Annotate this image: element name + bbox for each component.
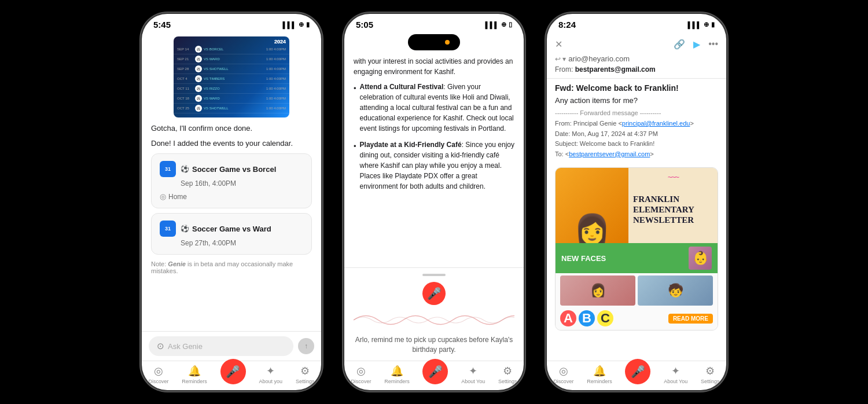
phone2-main: with your interest in social activities … (344, 50, 524, 390)
voice-divider (422, 274, 446, 276)
person-icon-2: ✦ (469, 365, 477, 377)
send-arrow-icon[interactable]: ▶ (693, 39, 700, 50)
fwd-details: From: Principal Genie <principal@frankli… (555, 119, 718, 159)
phone-1: 5:45 ▌▌▌ ⊕ ▮ 2024 SEP 14⚽VS BORCEL1:00 4… (142, 14, 321, 390)
event2-title: Soccer Game vs Ward (192, 225, 271, 233)
bullet1-title: Attend a Cultural Festival (360, 83, 444, 91)
phone2-intro: with your interest in social activities … (354, 56, 514, 77)
battery-icon-3: ▮ (711, 21, 715, 28)
forwarded-divider: ----------- Forwarded message ---------- (555, 109, 718, 116)
bullet-item-1: • Attend a Cultural Festival: Given your… (354, 82, 514, 134)
bullet-item-2: • Playdate at a Kid-Friendly Café: Since… (354, 139, 514, 192)
location-icon: ◎ (160, 192, 166, 201)
newsletter-photo: 👩 (556, 168, 628, 243)
bottom-nav-3: ◎ Discover 🔔 Reminders 🎤 ✦ About You ⚙ S… (547, 361, 726, 390)
nav-settings-3[interactable]: ⚙ Settings (701, 365, 720, 384)
nav-mic-center-2[interactable]: 🎤 (422, 365, 448, 384)
bullet-list: • Attend a Cultural Festival: Given your… (354, 82, 514, 192)
nav-about-1[interactable]: ✦ About you (259, 365, 283, 384)
fwd-to-link[interactable]: bestparentsever@gmail.com (569, 150, 650, 157)
bell-icon-3: 🔔 (593, 365, 606, 377)
calendar-card-2[interactable]: 31 ⚽ Soccer Game vs Ward Sep 27th, 4:00P… (151, 213, 312, 255)
email-toolbar: ✕ 🔗 ▶ ••• (555, 36, 718, 52)
event1-date: Sep 16th, 4:00PM (181, 179, 303, 188)
newsletter-photo-1: 👩 (560, 276, 635, 306)
ask-genie-field[interactable]: ⊙ Ask Genie (149, 336, 293, 356)
nav-about-2[interactable]: ✦ About You (461, 365, 485, 384)
nav-reminders-1[interactable]: 🔔 Reminders (182, 365, 207, 384)
schedule-image: 2024 SEP 14⚽VS BORCEL1:00 4:00PM SEP 21⚽… (174, 36, 289, 117)
nav-discover-2[interactable]: ◎ Discover (351, 365, 371, 384)
voice-hint-text: Arlo, remind me to pick up cupcakes befo… (354, 335, 514, 355)
status-bar-3: 8:24 ▌▌▌ ⊕ ▮ (547, 14, 726, 32)
email-question: Any action items for me? (555, 96, 718, 105)
status-icons-1: ▌▌▌ ⊕ ▮ (283, 21, 310, 28)
read-more-button[interactable]: Read More (668, 314, 713, 324)
signal-icon-2: ▌▌▌ (486, 21, 499, 28)
nav-discover-1[interactable]: ◎ Discover (148, 365, 168, 384)
bell-icon-2: 🔔 (391, 365, 403, 377)
attachment-icon[interactable]: 🔗 (674, 39, 685, 50)
newsletter-title: FranklinElementaryNewsletter (633, 194, 713, 225)
fwd-subject: Fwd: Welcome back to Franklin! (555, 83, 718, 93)
nav-discover-3[interactable]: ◎ Discover (553, 365, 573, 384)
calendar-icon-2: 31 (160, 221, 176, 237)
genie-note: Note: Genie is in beta and may occasiona… (151, 260, 312, 274)
phone2-scroll: with your interest in social activities … (344, 50, 524, 267)
discover-icon: ◎ (154, 365, 163, 377)
bottom-nav-2: ◎ Discover 🔔 Reminders 🎤 ✦ About You ⚙ S… (344, 361, 524, 390)
event2-date: Sep 27th, 4:00PM (181, 239, 303, 247)
nav-mic-1[interactable]: 🎤 (220, 365, 246, 384)
nav-mic-center-3[interactable]: 🎤 (625, 365, 650, 384)
email-from: bestparents@gmail.com (575, 65, 656, 74)
newsletter-image: 👩 FranklinElementaryNewsletter New Faces… (555, 167, 718, 330)
phone-3: 8:24 ▌▌▌ ⊕ ▮ ✕ 🔗 ▶ ••• ↩ ▾ ario@heyario.… (547, 14, 726, 390)
more-icon[interactable]: ••• (708, 39, 718, 50)
nav-settings-2[interactable]: ⚙ Settings (498, 365, 517, 384)
time-3: 8:24 (558, 20, 576, 30)
camera-icon: ⊙ (157, 341, 164, 351)
newsletter-photos-row: 👩 🧒 (556, 273, 718, 308)
settings-icon-1: ⚙ (300, 365, 310, 377)
mic-button-center-2[interactable]: 🎤 (422, 359, 448, 384)
nav-settings-1[interactable]: ⚙ Settings (296, 365, 315, 384)
newsletter-banner: 👩 FranklinElementaryNewsletter (556, 168, 718, 243)
event1-location: ◎ Home (160, 192, 303, 201)
event1-title: Soccer Game vs Borcel (192, 165, 276, 174)
new-faces-label: New Faces (561, 254, 684, 263)
wifi-icon-3: ⊕ (704, 21, 709, 28)
status-icons-2: ▌▌▌ ⊕ ▯ (486, 21, 512, 28)
email-action-icons: 🔗 ▶ ••• (674, 39, 718, 50)
calendar-icon-1: 31 (160, 161, 176, 177)
nav-reminders-3[interactable]: 🔔 Reminders (587, 365, 612, 384)
voice-area: 🎤 Arlo, remind me to pick up cupcakes be… (344, 267, 524, 361)
ask-genie-placeholder: Ask Genie (168, 342, 203, 351)
bullet2-title: Playdate at a Kid-Friendly Café (360, 141, 462, 149)
nav-reminders-2[interactable]: 🔔 Reminders (384, 365, 410, 384)
fwd-from-link[interactable]: principal@franklinel.edu (622, 120, 690, 127)
voice-wave (354, 308, 514, 332)
nav-about-3[interactable]: ✦ About You (664, 365, 687, 384)
email-header: ✕ 🔗 ▶ ••• ↩ ▾ ario@heyario.com From: bes… (547, 32, 726, 79)
dynamic-island-dot (445, 40, 450, 45)
close-icon[interactable]: ✕ (555, 39, 562, 50)
input-bar-1[interactable]: ⊙ Ask Genie ↑ (142, 331, 321, 361)
calendar-card-1[interactable]: 31 ⚽ Soccer Game vs Borcel Sep 16th, 4:0… (151, 153, 312, 208)
send-button[interactable]: ↑ (298, 338, 314, 354)
email-body: Fwd: Welcome back to Franklin! Any actio… (547, 79, 726, 164)
chat-msg1: Gotcha, I'll confirm once done. (151, 123, 312, 134)
phone1-main: 2024 SEP 14⚽VS BORCEL1:00 4:00PM SEP 21⚽… (142, 32, 321, 390)
newsletter-title-area: FranklinElementaryNewsletter (628, 168, 718, 243)
fwd-subject-line: Subject: Welcome back to Franklin! (555, 139, 718, 149)
letter-c: C (597, 310, 613, 326)
fwd-from: From: Principal Genie <principal@frankli… (555, 119, 718, 129)
mic-button-1[interactable]: 🎤 (220, 359, 246, 384)
bell-icon: 🔔 (188, 365, 201, 377)
settings-icon-3: ⚙ (705, 365, 715, 377)
email-to: ario@heyario.com (568, 54, 630, 63)
mic-button-center-3[interactable]: 🎤 (625, 359, 650, 384)
new-faces-photo: 👶 (689, 247, 712, 270)
mic-button-2[interactable]: 🎤 (422, 282, 446, 305)
person-emoji: 👩 (574, 212, 610, 243)
time-2: 5:05 (356, 20, 373, 30)
